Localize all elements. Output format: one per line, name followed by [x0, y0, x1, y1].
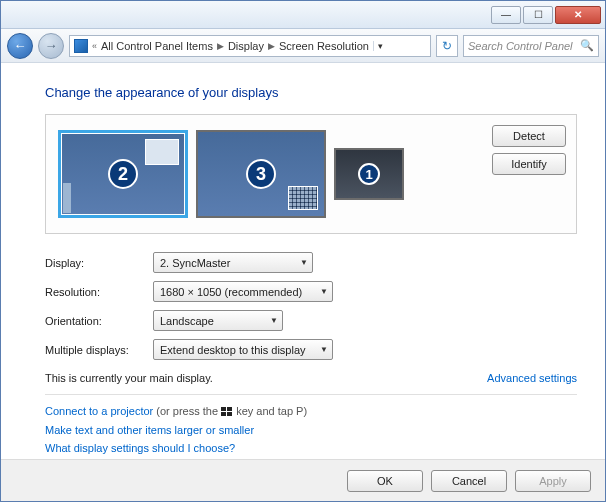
whatsettings-line: What display settings should I choose?: [45, 442, 577, 454]
connect-projector-link[interactable]: Connect to a projector: [45, 405, 153, 417]
what-settings-link[interactable]: What display settings should I choose?: [45, 442, 235, 454]
breadcrumb-item[interactable]: Screen Resolution: [279, 40, 369, 52]
projector-line: Connect to a projector (or press the key…: [45, 405, 577, 418]
projector-hint-before: (or press the: [153, 405, 221, 417]
search-placeholder: Search Control Panel: [468, 40, 573, 52]
chevron-down-icon: ▼: [320, 345, 328, 354]
chevron-right-icon: ▶: [268, 41, 275, 51]
chevron-down-icon: ▼: [300, 258, 308, 267]
resolution-row: Resolution: 1680 × 1050 (recommended) ▼: [45, 281, 577, 302]
search-icon: 🔍: [580, 39, 594, 52]
orientation-row: Orientation: Landscape ▼: [45, 310, 577, 331]
page-title: Change the appearance of your displays: [45, 85, 577, 100]
monitor-2[interactable]: 2: [58, 130, 188, 218]
dialog-footer: OK Cancel Apply: [1, 459, 605, 501]
chevron-right-icon: ▶: [217, 41, 224, 51]
status-line: This is currently your main display. Adv…: [45, 372, 577, 384]
select-value: Landscape: [160, 315, 214, 327]
chevron-down-icon: ▼: [270, 316, 278, 325]
windows-key-icon: [221, 407, 233, 418]
address-bar[interactable]: « All Control Panel Items ▶ Display ▶ Sc…: [69, 35, 431, 57]
separator: [45, 394, 577, 395]
resolution-select[interactable]: 1680 × 1050 (recommended) ▼: [153, 281, 333, 302]
select-value: Extend desktop to this display: [160, 344, 306, 356]
refresh-button[interactable]: ↻: [436, 35, 458, 57]
content-area: Change the appearance of your displays 2…: [1, 63, 605, 459]
search-input[interactable]: Search Control Panel 🔍: [463, 35, 599, 57]
display-select[interactable]: 2. SyncMaster ▼: [153, 252, 313, 273]
cancel-button[interactable]: Cancel: [431, 470, 507, 492]
minimize-button[interactable]: —: [491, 6, 521, 24]
monitor-number: 2: [108, 159, 138, 189]
projector-hint-after: key and tap P): [233, 405, 307, 417]
breadcrumb-item[interactable]: Display: [228, 40, 264, 52]
forward-button[interactable]: →: [38, 33, 64, 59]
breadcrumb-prefix: «: [92, 41, 97, 51]
orientation-select[interactable]: Landscape ▼: [153, 310, 283, 331]
advanced-settings-link[interactable]: Advanced settings: [487, 372, 577, 384]
breadcrumb-item[interactable]: All Control Panel Items: [101, 40, 213, 52]
chevron-down-icon: ▼: [320, 287, 328, 296]
display-arrangement-box[interactable]: 2 3 1 Detect Identify: [45, 114, 577, 234]
detect-button[interactable]: Detect: [492, 125, 566, 147]
monitor-1[interactable]: 1: [334, 148, 404, 200]
window-titlebar: — ☐ ✕: [1, 1, 605, 29]
navigation-toolbar: ← → « All Control Panel Items ▶ Display …: [1, 29, 605, 63]
main-display-status: This is currently your main display.: [45, 372, 213, 384]
control-panel-icon: [74, 39, 88, 53]
resolution-label: Resolution:: [45, 286, 153, 298]
select-value: 1680 × 1050 (recommended): [160, 286, 302, 298]
identify-button[interactable]: Identify: [492, 153, 566, 175]
select-value: 2. SyncMaster: [160, 257, 230, 269]
apply-button[interactable]: Apply: [515, 470, 591, 492]
display-row: Display: 2. SyncMaster ▼: [45, 252, 577, 273]
screen-resolution-window: — ☐ ✕ ← → « All Control Panel Items ▶ Di…: [0, 0, 606, 502]
monitor-number: 1: [358, 163, 380, 185]
back-button[interactable]: ←: [7, 33, 33, 59]
maximize-button[interactable]: ☐: [523, 6, 553, 24]
multiple-displays-label: Multiple displays:: [45, 344, 153, 356]
text-size-link[interactable]: Make text and other items larger or smal…: [45, 424, 254, 436]
close-button[interactable]: ✕: [555, 6, 601, 24]
textsize-line: Make text and other items larger or smal…: [45, 424, 577, 436]
monitor-number: 3: [246, 159, 276, 189]
monitor-3[interactable]: 3: [196, 130, 326, 218]
multiple-displays-select[interactable]: Extend desktop to this display ▼: [153, 339, 333, 360]
ok-button[interactable]: OK: [347, 470, 423, 492]
monitor-actions: Detect Identify: [492, 125, 566, 175]
address-dropdown[interactable]: ▾: [373, 41, 387, 51]
display-label: Display:: [45, 257, 153, 269]
multiple-displays-row: Multiple displays: Extend desktop to thi…: [45, 339, 577, 360]
orientation-label: Orientation:: [45, 315, 153, 327]
